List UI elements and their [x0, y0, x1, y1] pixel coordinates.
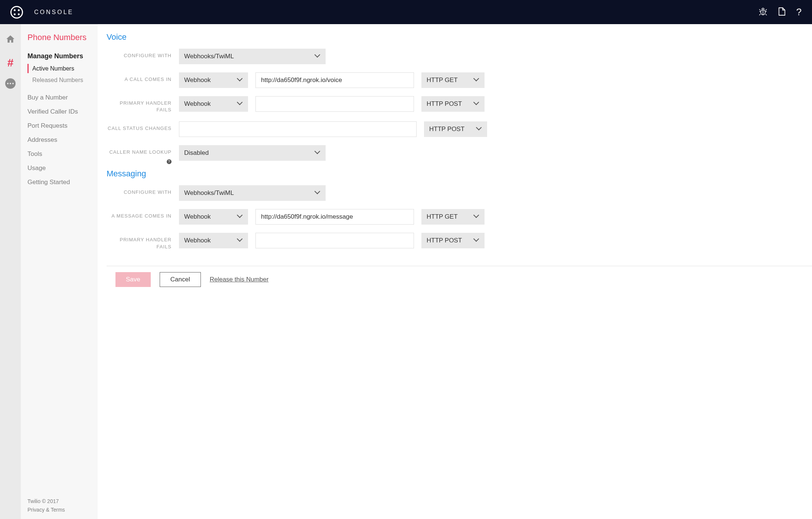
sidebar-item-verified[interactable]: Verified Caller IDs [27, 108, 91, 115]
hash-icon[interactable]: # [0, 55, 21, 71]
chevron-down-icon [473, 101, 479, 107]
sidebar-item-addresses[interactable]: Addresses [27, 136, 91, 144]
input-msg-url[interactable] [255, 209, 414, 225]
topbar: CONSOLE ? [0, 0, 812, 24]
document-icon[interactable] [778, 7, 786, 17]
select-voice-primary-fail-type[interactable]: Webhook [179, 96, 248, 112]
label-voice-caller-lookup: CALLER NAME LOOKUP ? [107, 145, 172, 156]
chevron-down-icon [314, 150, 320, 156]
select-voice-configure-with[interactable]: Webhooks/TwiML [179, 49, 326, 64]
sidebar-item-tools[interactable]: Tools [27, 150, 91, 158]
twilio-logo-icon[interactable] [10, 6, 23, 19]
select-value: HTTP POST [429, 125, 464, 133]
select-voice-call-type[interactable]: Webhook [179, 72, 248, 88]
sidebar-item-buy[interactable]: Buy a Number [27, 94, 91, 101]
label-voice-primary-fail: PRIMARY HANDLER FAILS [107, 96, 172, 113]
sidebar-title[interactable]: Phone Numbers [27, 32, 91, 43]
select-msg-primary-fail-type[interactable]: Webhook [179, 233, 248, 248]
nav-rail: # [0, 24, 21, 519]
select-msg-configure-with[interactable]: Webhooks/TwiML [179, 185, 326, 201]
select-voice-status-method[interactable]: HTTP POST [424, 121, 487, 137]
input-msg-primary-fail-url[interactable] [255, 233, 414, 248]
home-icon[interactable] [0, 31, 21, 47]
content: Voice CONFIGURE WITH Webhooks/TwiML A CA… [98, 24, 812, 519]
input-voice-call-url[interactable] [255, 72, 414, 88]
input-voice-primary-fail-url[interactable] [255, 96, 414, 112]
sidebar-section-manage[interactable]: Manage Numbers [27, 52, 91, 60]
chevron-down-icon [473, 77, 479, 83]
more-icon[interactable] [5, 78, 16, 89]
voice-heading: Voice [107, 32, 803, 42]
chevron-down-icon [237, 214, 243, 220]
select-value: HTTP POST [427, 100, 462, 108]
select-value: Disabled [184, 149, 209, 157]
select-value: Webhooks/TwiML [184, 189, 234, 197]
select-voice-primary-fail-method[interactable]: HTTP POST [421, 96, 485, 112]
select-value: HTTP GET [427, 76, 458, 84]
select-value: Webhooks/TwiML [184, 53, 234, 60]
app-title[interactable]: CONSOLE [34, 9, 74, 16]
label-msg-configure-with: CONFIGURE WITH [107, 185, 172, 196]
chevron-down-icon [473, 238, 479, 244]
sidebar-item-port[interactable]: Port Requests [27, 122, 91, 130]
footer-copyright: Twilio © 2017 [27, 497, 91, 505]
select-voice-call-method[interactable]: HTTP GET [421, 72, 485, 88]
label-voice-call-comes-in: A CALL COMES IN [107, 72, 172, 83]
chevron-down-icon [237, 238, 243, 244]
select-msg-type[interactable]: Webhook [179, 209, 248, 225]
select-value: HTTP POST [427, 237, 462, 244]
sidebar-item-released-numbers[interactable]: Released Numbers [27, 75, 91, 85]
sidebar-footer: Twilio © 2017 Privacy & Terms [27, 497, 91, 514]
sidebar-item-getting-started[interactable]: Getting Started [27, 179, 91, 186]
label-voice-status-changes: CALL STATUS CHANGES [107, 121, 172, 132]
label-voice-configure-with: CONFIGURE WITH [107, 49, 172, 59]
select-value: HTTP GET [427, 213, 458, 221]
help-icon[interactable]: ? [796, 6, 802, 18]
select-msg-primary-fail-method[interactable]: HTTP POST [421, 233, 485, 248]
chevron-down-icon [237, 77, 243, 83]
sidebar-item-usage[interactable]: Usage [27, 164, 91, 172]
cancel-button[interactable]: Cancel [160, 272, 201, 287]
select-value: Webhook [184, 76, 211, 84]
label-msg-comes-in: A MESSAGE COMES IN [107, 209, 172, 219]
save-button[interactable]: Save [115, 272, 151, 287]
question-icon[interactable]: ? [167, 159, 172, 164]
chevron-down-icon [314, 53, 320, 59]
messaging-heading: Messaging [107, 169, 803, 179]
select-voice-caller-lookup[interactable]: Disabled [179, 145, 326, 161]
chevron-down-icon [314, 190, 320, 196]
select-msg-method[interactable]: HTTP GET [421, 209, 485, 225]
debug-icon[interactable] [759, 7, 767, 17]
sidebar-item-active-numbers[interactable]: Active Numbers [27, 64, 91, 74]
release-number-link[interactable]: Release this Number [210, 276, 269, 283]
select-value: Webhook [184, 237, 211, 244]
chevron-down-icon [476, 126, 482, 132]
select-value: Webhook [184, 100, 211, 108]
sidebar: Phone Numbers Manage Numbers Active Numb… [21, 24, 98, 519]
select-value: Webhook [184, 213, 211, 221]
action-bar: Save Cancel Release this Number [107, 266, 812, 294]
input-voice-status-url[interactable] [179, 121, 417, 137]
chevron-down-icon [473, 214, 479, 220]
footer-privacy[interactable]: Privacy & Terms [27, 506, 91, 514]
chevron-down-icon [237, 101, 243, 107]
label-msg-primary-fail: PRIMARY HANDLER FAILS [107, 233, 172, 250]
